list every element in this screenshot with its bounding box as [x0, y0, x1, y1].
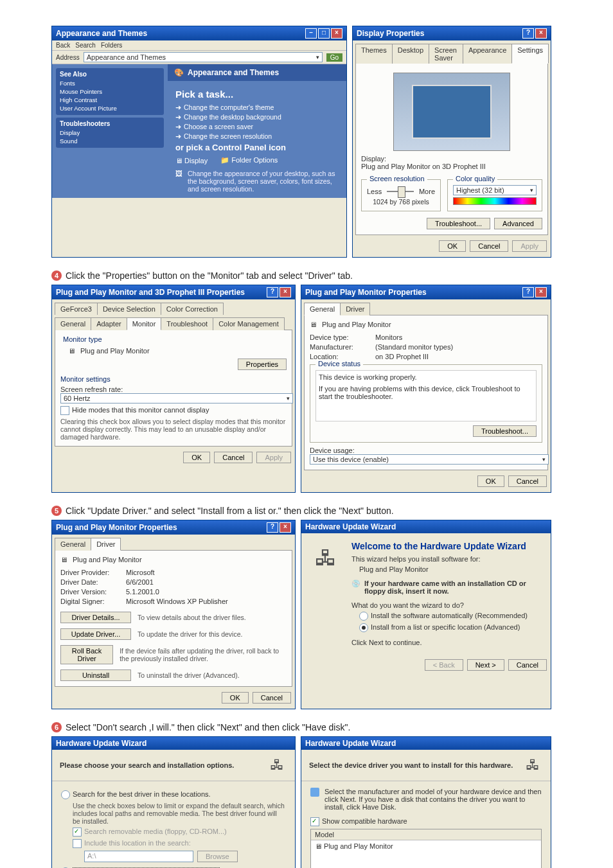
chevron-down-icon[interactable]: ▾: [316, 54, 319, 60]
chk-removable[interactable]: [73, 828, 82, 837]
help-icon[interactable]: ?: [522, 287, 534, 297]
display-icon-link[interactable]: 🖥 Display: [175, 157, 208, 164]
slider-more: More: [419, 188, 435, 195]
monitor-general-title: Plug and Play Monitor Properties: [305, 288, 522, 297]
show-compat-checkbox[interactable]: [310, 817, 319, 826]
tab-appearance[interactable]: Appearance: [463, 44, 512, 64]
cancel-button[interactable]: Cancel: [214, 452, 253, 463]
ok-button[interactable]: OK: [439, 240, 466, 252]
minimize-icon[interactable]: –: [305, 28, 317, 39]
dev-type-value: Monitors: [375, 333, 402, 341]
color-quality-select[interactable]: Highest (32 bit) ▾: [453, 185, 537, 195]
troubleshooter-item[interactable]: Display: [60, 128, 160, 137]
see-also-item[interactable]: High Contrast: [60, 96, 160, 104]
next-button[interactable]: Next >: [467, 659, 504, 671]
back-button[interactable]: Back: [56, 42, 70, 49]
tab-driver[interactable]: Driver: [91, 538, 121, 551]
close-icon[interactable]: ×: [535, 287, 547, 297]
tab-themes[interactable]: Themes: [355, 44, 393, 64]
back-button[interactable]: < Back: [425, 659, 463, 671]
apply-button[interactable]: Apply: [512, 240, 547, 252]
update-driver-button[interactable]: Update Driver...: [60, 628, 131, 640]
ok-button[interactable]: OK: [477, 475, 504, 487]
task-link[interactable]: ➜Change the desktop background: [175, 113, 339, 121]
model-item-icon: 🖥: [315, 842, 322, 850]
model-list-item[interactable]: 🖥 Plug and Play Monitor: [311, 840, 541, 868]
task-link[interactable]: ➜Change the screen resolution: [175, 132, 339, 140]
cancel-button[interactable]: Cancel: [253, 692, 291, 704]
apply-button[interactable]: Apply: [256, 452, 291, 463]
opt-search-radio[interactable]: [61, 790, 70, 799]
path-input[interactable]: A:\: [84, 851, 193, 862]
ok-button[interactable]: OK: [222, 692, 249, 704]
close-icon[interactable]: ×: [280, 522, 291, 533]
search-note: Use the check boxes below to limit or ex…: [73, 802, 286, 825]
close-icon[interactable]: ×: [331, 28, 342, 39]
browse-button[interactable]: Browse: [197, 851, 238, 862]
color-bar: [453, 197, 537, 205]
see-also-item[interactable]: Mouse Pointers: [60, 87, 160, 96]
close-icon[interactable]: ×: [280, 287, 291, 297]
properties-button[interactable]: Properties: [238, 359, 287, 370]
tab-general[interactable]: General: [55, 538, 91, 551]
digital-signer-label: Digital Signer:: [60, 598, 118, 605]
tab-color-mgmt[interactable]: Color Management: [213, 317, 285, 330]
help-icon[interactable]: ?: [267, 522, 278, 533]
slider-less: Less: [367, 188, 382, 195]
chk-removable-label: Search removable media (floppy, CD-ROM..…: [84, 828, 227, 835]
opt-list-radio[interactable]: [359, 623, 368, 632]
tab-troubleshoot[interactable]: Troubleshoot: [161, 317, 213, 330]
rollback-driver-button[interactable]: Roll Back Driver: [60, 645, 113, 664]
driver-provider-value: Microsoft: [126, 569, 155, 576]
tab-geforce3[interactable]: GeForce3: [55, 303, 98, 315]
troubleshoot-button[interactable]: Troubleshoot...: [473, 425, 537, 437]
cancel-button[interactable]: Cancel: [470, 240, 508, 252]
opt-auto-radio[interactable]: [359, 612, 368, 621]
tab-screensaver[interactable]: Screen Saver: [429, 44, 463, 64]
device-status-note: If you are having problems with this dev…: [319, 385, 533, 400]
maximize-icon[interactable]: □: [318, 28, 330, 39]
tab-settings[interactable]: Settings: [511, 44, 549, 64]
tab-monitor[interactable]: Monitor: [127, 317, 162, 330]
help-icon[interactable]: ?: [522, 28, 534, 39]
tab-adapter[interactable]: Adapter: [91, 317, 127, 330]
taskbar-icon: 🖼: [175, 170, 182, 177]
tab-device-selection[interactable]: Device Selection: [97, 303, 161, 315]
cancel-button[interactable]: Cancel: [508, 475, 547, 487]
task-link[interactable]: ➜Change the computer's theme: [175, 103, 339, 111]
tab-desktop[interactable]: Desktop: [392, 44, 429, 64]
driver-details-button[interactable]: Driver Details...: [60, 612, 131, 623]
cp-note: Change the appearance of your desktop, s…: [188, 170, 339, 193]
help-icon[interactable]: ?: [267, 287, 278, 297]
hardware-wizard-welcome: Hardware Update Wizard 🖧 Welcome to the …: [301, 520, 551, 709]
monitor-icon: 🖥: [60, 556, 67, 563]
tab-driver[interactable]: Driver: [340, 303, 370, 315]
see-also-item[interactable]: User Account Picture: [60, 104, 160, 112]
tab-general[interactable]: General: [55, 317, 91, 330]
update-driver-note: To update the driver for this device.: [138, 630, 242, 638]
resolution-slider[interactable]: [387, 185, 414, 198]
folder-options-link[interactable]: 📁 Folder Options: [220, 156, 278, 164]
troubleshooter-item[interactable]: Sound: [60, 137, 160, 145]
uninstall-button[interactable]: Uninstall: [60, 669, 131, 681]
task-link[interactable]: ➜Choose a screen saver: [175, 123, 339, 130]
troubleshoot-button[interactable]: Troubleshoot...: [427, 218, 490, 229]
device-usage-select[interactable]: Use this device (enable)▾: [310, 454, 549, 465]
wizard-header: Please choose your search and installati…: [60, 761, 234, 769]
see-also-item[interactable]: Fonts: [60, 79, 160, 87]
wizard-icon: 🖧: [522, 755, 543, 775]
ok-button[interactable]: OK: [183, 452, 210, 463]
cancel-button[interactable]: Cancel: [508, 659, 547, 671]
refresh-select[interactable]: 60 Hertz▾: [60, 393, 293, 403]
chk-location[interactable]: [73, 839, 82, 848]
folders-button[interactable]: Folders: [101, 42, 122, 49]
display-properties-title: Display Properties: [357, 29, 522, 38]
tab-color-correction[interactable]: Color Correction: [161, 303, 224, 315]
model-column-header: Model: [311, 829, 541, 840]
search-button[interactable]: Search: [75, 42, 96, 49]
advanced-button[interactable]: Advanced: [494, 218, 542, 229]
go-button[interactable]: Go: [326, 53, 342, 62]
tab-general[interactable]: General: [304, 303, 341, 315]
close-icon[interactable]: ×: [535, 28, 547, 39]
hide-modes-checkbox[interactable]: [60, 406, 69, 415]
